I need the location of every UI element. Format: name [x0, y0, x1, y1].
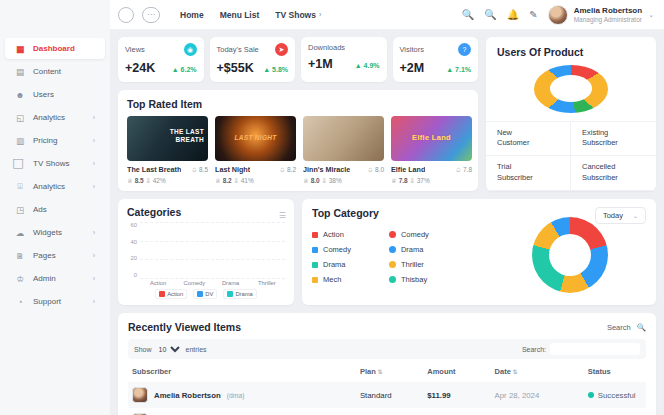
- top-category-legend-drama: Drama: [389, 245, 429, 254]
- period-select[interactable]: Today ⌄: [595, 207, 646, 224]
- legend-label: Comedy: [401, 230, 429, 239]
- table-search-input[interactable]: [550, 343, 640, 355]
- support-icon: ◔: [15, 297, 25, 307]
- movie-thumbnail[interactable]: LAST NIGHT: [215, 116, 296, 161]
- stat-card-downloads: Downloads+1M▲ 4.9%: [301, 37, 387, 82]
- edit-icon[interactable]: ✎: [529, 9, 537, 20]
- dot-swatch: [389, 231, 396, 238]
- profile-menu[interactable]: Amelia Robertson Managing Administrator …: [548, 5, 654, 25]
- sidebar-item-label: Users: [33, 90, 54, 99]
- pages-icon: 🗎: [15, 251, 25, 261]
- table-controls: Show 10 entries Search:: [128, 339, 646, 359]
- stat-card-todayssale: Today's Sale➤+$55K▲ 5.8%: [210, 37, 296, 82]
- sidebar-item-label: Analytics: [33, 182, 65, 191]
- movie-rating: ✩ 8.0: [368, 166, 384, 174]
- sidebar-item-label: Pages: [33, 251, 56, 260]
- categories-plot: [140, 222, 285, 278]
- status-badge: Successful: [588, 391, 642, 400]
- stat-card-views: Views◉+24K▲ 6.2%: [118, 37, 204, 82]
- x-tick: Action: [143, 280, 173, 286]
- users-icon: ☻: [15, 90, 25, 100]
- legend-label: Thisbay: [401, 275, 427, 284]
- subscribers-table: SubscriberPlan ⇅AmountDate ⇅Status Ameli…: [128, 361, 646, 415]
- sidebar-item-pages[interactable]: 🗎Pages›: [5, 245, 105, 266]
- stat-delta: ▲ 5.8%: [263, 66, 288, 73]
- sidebar-item-pricing[interactable]: ▥Pricing›: [5, 130, 105, 151]
- sidebar-item-content[interactable]: ▤Content: [5, 61, 105, 82]
- chevron-down-icon: ⌄: [648, 11, 654, 19]
- sidebar-item-tv-shows[interactable]: ⃞TV Shows›: [5, 153, 105, 174]
- analytics-icon: ◱: [15, 113, 25, 123]
- thumbnail-text: LAST NIGHT: [215, 134, 296, 141]
- square-swatch: [312, 262, 318, 268]
- column-header-date[interactable]: Date ⇅: [491, 361, 584, 382]
- sidebar-item-support[interactable]: ◔Support›: [5, 291, 105, 312]
- table-row[interactable]: Amelia Robertson (dma)Standard$11.99Apr …: [128, 382, 646, 408]
- status-dot-icon: [588, 392, 594, 398]
- top-category-title: Top Category: [312, 207, 379, 219]
- chevron-right-icon: ›: [93, 183, 95, 190]
- sidebar-item-label: Widgets: [33, 228, 62, 237]
- sidebar-item-dashboard[interactable]: ▦Dashboard: [5, 38, 105, 59]
- table-row[interactable]: Amelia Robertson (events)Premium$18.99Ap…: [128, 408, 646, 415]
- logo-circle-icon[interactable]: [118, 7, 134, 23]
- x-tick: Drama: [216, 280, 246, 286]
- date-cell: Apr 22, 2024: [491, 408, 584, 415]
- sidebar-item-label: Pricing: [33, 136, 57, 145]
- plan-cell: Premium: [356, 408, 423, 415]
- sidebar-item-users[interactable]: ☻Users: [5, 84, 105, 105]
- main-content: Views◉+24K▲ 6.2%Today's Sale➤+$55K▲ 5.8%…: [110, 30, 664, 415]
- column-header-plan[interactable]: Plan ⇅: [356, 361, 423, 382]
- movie-title: Jinn's Miracle: [303, 165, 350, 174]
- sidebar-item-ads[interactable]: ◳Ads: [5, 199, 105, 220]
- sidebar-item-analytics[interactable]: ◱Analytics›: [5, 107, 105, 128]
- movie-stats: ♕ 8.5 ⇩ 42%: [127, 177, 208, 185]
- categories-title: Categories: [127, 206, 285, 218]
- sidebar-item-widgets[interactable]: ☁Widgets›: [5, 222, 105, 243]
- period-value: Today: [603, 211, 623, 220]
- stat-value: +24K: [125, 61, 155, 75]
- users-of-product-legend: NewCustomerExistingSubscriberTrialSubscr…: [486, 121, 656, 192]
- menu-toggle-icon[interactable]: ⋯: [142, 7, 160, 23]
- search-input-label: Search:: [522, 346, 546, 353]
- sidebar-item-label: Dashboard: [33, 44, 75, 53]
- nav-item-tv-shows[interactable]: TV Shows›: [275, 10, 321, 20]
- legend-item-drama: Drama: [223, 289, 256, 299]
- top-category-legend-right: ComedyDramaThrillerThisbay: [389, 230, 429, 284]
- stat-label: Downloads: [308, 43, 345, 52]
- chart-menu-icon[interactable]: ☰: [279, 211, 286, 220]
- legend-label: Drama: [401, 245, 424, 254]
- column-header-subscriber: Subscriber: [128, 361, 356, 382]
- movie-thumbnail[interactable]: [303, 116, 384, 161]
- nav-item-menu-list[interactable]: Menu List: [220, 10, 260, 20]
- legend-label: Mech: [323, 275, 341, 284]
- top-category-donut: [532, 217, 608, 293]
- page-size-select[interactable]: 10: [155, 345, 183, 354]
- top-rated-section: Top Rated Item THE LAST BREATHThe Last B…: [118, 90, 478, 191]
- stat-label: Visitors: [400, 45, 424, 54]
- movie-thumbnail[interactable]: THE LAST BREATH: [127, 116, 208, 161]
- thumbnail-text: Elfie Land: [391, 133, 472, 142]
- chevron-right-icon: ›: [93, 275, 95, 282]
- show-label: Show: [134, 346, 152, 353]
- y-tick: 40: [127, 239, 137, 245]
- sidebar-item-admin[interactable]: ♔Admin›: [5, 268, 105, 289]
- sidebar-item-analytics-bars[interactable]: ⍗Analytics›: [5, 176, 105, 197]
- admin-icon: ♔: [15, 274, 25, 284]
- search-icon: 🔍: [637, 323, 646, 332]
- nav-item-home[interactable]: Home: [180, 10, 204, 20]
- categories-chart-card: Categories ☰ 6040200 ActionComedyDramaTh…: [118, 199, 294, 305]
- zoom-icon[interactable]: 🔍: [484, 9, 496, 20]
- dot-swatch: [389, 276, 396, 283]
- table-search-toggle[interactable]: Search 🔍: [607, 323, 646, 332]
- movie-thumbnail[interactable]: Elfie Land: [391, 116, 472, 161]
- movie-title: Last Night: [215, 165, 250, 174]
- stat-value: +2M: [400, 61, 425, 75]
- top-rated-item: LAST NIGHTLast Night✩ 8.2♕ 8.2 ⇩ 41%: [215, 116, 296, 185]
- bell-icon[interactable]: 🔔: [507, 9, 519, 20]
- movie-title: The Last Breath: [127, 165, 181, 174]
- profile-name: Amelia Robertson: [574, 6, 642, 16]
- search-icon[interactable]: 🔍: [462, 9, 474, 20]
- stat-label: Today's Sale: [217, 45, 259, 54]
- categories-y-axis: 6040200: [127, 222, 140, 278]
